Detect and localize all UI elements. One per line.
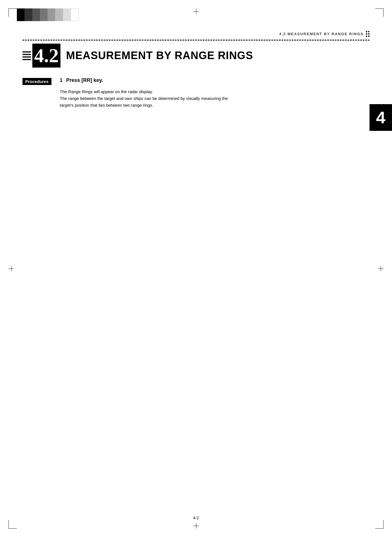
chapter-number-box: 4.2 <box>32 44 60 68</box>
description-text: The Range Rings will appear on the radar… <box>60 88 279 109</box>
description-line3: target’s position that lies between two … <box>60 103 153 108</box>
chapter-heading: 4.2 MEASUREMENT BY RANGE RINGS <box>22 44 370 68</box>
swatch-2 <box>24 8 32 21</box>
header-text: 4.2 MEASUREMENT BY RANGE RINGS <box>279 32 364 36</box>
swatch-6 <box>55 8 63 21</box>
procedures-section: Procedures 1 Press [RR] key. The Range R… <box>22 77 370 109</box>
swatch-7 <box>63 8 71 21</box>
three-dots-icon <box>366 31 370 37</box>
main-content: 4.2 MEASUREMENT BY RANGE RINGS Procedure… <box>22 44 370 109</box>
step-number: 1 <box>60 77 63 83</box>
document-page: 4.2 MEASUREMENT BY RANGE RINGS <box>0 0 392 537</box>
swatch-3 <box>32 8 40 21</box>
step-text: Press [RR] key. <box>66 77 103 83</box>
swatch-4 <box>40 8 48 21</box>
chapter-number-text: 4.2 <box>34 44 59 67</box>
reg-mark-top <box>193 8 199 14</box>
dashed-divider <box>22 40 370 41</box>
step-heading: 1 Press [RR] key. <box>60 77 370 83</box>
description-line1: The Range Rings will appear on the radar… <box>60 89 153 94</box>
procedures-content: 1 Press [RR] key. The Range Rings will a… <box>60 77 370 109</box>
swatch-5 <box>48 8 55 21</box>
crop-mark-top-left <box>8 8 20 20</box>
page-number: 4-2 <box>193 516 199 520</box>
reg-mark-bottom <box>193 523 199 529</box>
chapter-tab: 4 <box>370 104 392 131</box>
reg-mark-right <box>378 266 384 271</box>
procedures-badge: Procedures <box>22 78 51 85</box>
header-section: 4.2 MEASUREMENT BY RANGE RINGS <box>22 31 370 41</box>
chapter-number-graphic: 4.2 <box>22 44 60 68</box>
chapter-title: MEASUREMENT BY RANGE RINGS <box>66 50 253 62</box>
color-bar <box>17 8 79 21</box>
description-line2: The range between the target and own shi… <box>60 96 228 101</box>
header-line: 4.2 MEASUREMENT BY RANGE RINGS <box>22 31 370 39</box>
crop-mark-top-right <box>372 8 384 20</box>
reg-mark-left <box>8 266 14 271</box>
swatch-8 <box>71 8 79 21</box>
footer: 4-2 <box>0 516 392 520</box>
